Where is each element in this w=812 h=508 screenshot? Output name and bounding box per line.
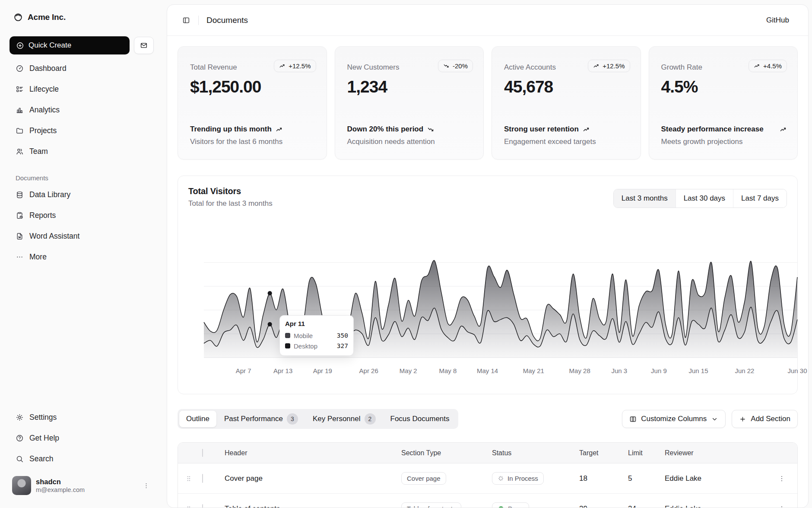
series-swatch (285, 343, 290, 348)
stat-cards: Total Revenue+12.5%$1,250.00Trending up … (178, 46, 798, 160)
dashboard-icon (16, 64, 24, 73)
stat-footer-title: Down 20% this period (347, 125, 473, 134)
x-axis-tick: Jun 15 (688, 367, 708, 374)
sidebar-item-dashboard[interactable]: Dashboard (10, 60, 154, 77)
dots-vertical-icon (143, 482, 150, 489)
quick-create-button[interactable]: Quick Create (10, 36, 130, 54)
dots-vertical-icon (778, 505, 786, 508)
tab-focus-documents[interactable]: Focus Documents (384, 411, 457, 427)
section-type-badge: Table of contents (401, 502, 461, 508)
drag-handle[interactable] (185, 505, 202, 508)
table-header-row: HeaderSection TypeStatusTargetLimitRevie… (178, 443, 797, 463)
sidebar-item-reports[interactable]: Reports (10, 207, 154, 224)
help-icon (16, 434, 24, 442)
customize-columns-button[interactable]: Customize Columns (622, 410, 726, 428)
github-link[interactable]: GitHub (766, 16, 789, 25)
stat-footer-desc: Acquisition needs attention (347, 137, 473, 146)
nav-footer: SettingsGet HelpSearch (10, 409, 154, 467)
x-axis-tick: May 2 (400, 367, 417, 374)
x-axis-tick: Jun 3 (611, 367, 627, 374)
logo-icon (13, 13, 23, 22)
cell-reviewer[interactable]: Eddie Lake (665, 505, 773, 508)
cell-limit[interactable]: 5 (628, 474, 665, 483)
cell-header[interactable]: Table of contents (221, 505, 401, 508)
sidebar-toggle-button[interactable] (178, 13, 194, 28)
trending-up-icon (583, 126, 590, 133)
range-option-last-30-days[interactable]: Last 30 days (676, 189, 733, 208)
topbar-divider (198, 16, 199, 25)
tooltip-date: Apr 11 (285, 320, 348, 327)
stat-footer-desc: Visitors for the last 6 months (190, 137, 316, 146)
brand[interactable]: Acme Inc. (10, 9, 154, 26)
sidebar-item-team[interactable]: Team (10, 143, 154, 160)
col-target: Target (574, 449, 628, 457)
stat-card-active-accounts: Active Accounts+12.5%45,678Strong user r… (492, 46, 641, 160)
stat-card-new-customers: New Customers-20%1,234Down 20% this peri… (335, 46, 484, 160)
x-axis-tick: Apr 7 (236, 367, 251, 374)
cell-target[interactable]: 18 (574, 474, 628, 483)
visitors-area-chart[interactable]: Apr 7Apr 13Apr 19Apr 26May 2May 8May 14M… (188, 222, 787, 379)
sidebar-item-data-library[interactable]: Data Library (10, 186, 154, 203)
row-checkbox[interactable] (202, 504, 203, 508)
quick-create-label: Quick Create (29, 41, 71, 50)
sidebar-item-projects[interactable]: Projects (10, 122, 154, 139)
database-icon (16, 191, 24, 199)
select-all-checkbox[interactable] (202, 449, 203, 457)
cell-limit[interactable]: 24 (628, 505, 665, 508)
sidebar-section-label: Documents (10, 173, 154, 182)
sidebar-item-analytics[interactable]: Analytics (10, 101, 154, 118)
user-name: shadcn (36, 477, 138, 486)
sidebar-item-search[interactable]: Search (10, 450, 154, 467)
tab-past-performance[interactable]: Past Performance3 (217, 411, 305, 427)
range-toggle-group: Last 3 monthsLast 30 daysLast 7 days (613, 189, 787, 208)
user-menu[interactable]: shadcn m@example.com (10, 473, 154, 498)
tooltip-row: Desktop327 (285, 341, 348, 351)
nav-documents: Data LibraryReportsWord AssistantMore (10, 186, 154, 265)
search-icon (16, 455, 24, 463)
col-status: Status (492, 449, 574, 457)
drag-handle[interactable] (185, 475, 202, 482)
stat-footer-desc: Engagement exceed targets (504, 137, 630, 146)
stat-value: 1,234 (347, 77, 472, 96)
col-section-type: Section Type (401, 449, 492, 457)
brand-name: Acme Inc. (28, 13, 66, 22)
topbar: Documents GitHub (167, 5, 808, 36)
row-checkbox[interactable] (202, 474, 203, 483)
grip-vertical-icon (185, 505, 193, 508)
col-reviewer: Reviewer (665, 449, 773, 457)
add-section-button[interactable]: Add Section (732, 410, 798, 428)
sidebar-item-lifecycle[interactable]: Lifecycle (10, 80, 154, 98)
tab-key-personnel[interactable]: Key Personnel2 (306, 411, 383, 427)
tab-outline[interactable]: Outline (179, 411, 216, 427)
chart-tooltip: Apr 11Mobile350Desktop327 (279, 315, 354, 356)
x-axis-tick: Jun 9 (651, 367, 667, 374)
trending-up-icon (279, 63, 285, 69)
cell-header[interactable]: Cover page (221, 474, 401, 483)
trending-up-icon (780, 126, 787, 133)
stat-footer-desc: Meets growth projections (661, 137, 787, 146)
status-badge: In Process (492, 472, 544, 485)
tooltip-row: Mobile350 (285, 330, 348, 341)
sidebar-item-more[interactable]: More (10, 248, 154, 265)
inbox-button[interactable] (134, 37, 154, 54)
sidebar-item-get-help[interactable]: Get Help (10, 429, 154, 447)
row-actions-button[interactable] (773, 475, 790, 482)
cell-reviewer[interactable]: Eddie Lake (665, 474, 773, 483)
range-option-last-7-days[interactable]: Last 7 days (733, 189, 787, 208)
row-actions-button[interactable] (773, 505, 790, 508)
trend-badge: +4.5% (749, 60, 787, 72)
cell-target[interactable]: 29 (574, 505, 628, 508)
stat-footer-title: Steady performance increase (661, 125, 787, 134)
check-circle-filled-icon (498, 505, 504, 508)
range-option-last-3-months[interactable]: Last 3 months (614, 189, 676, 208)
x-axis-tick: Jun 22 (735, 367, 754, 374)
x-axis-tick: Apr 19 (313, 367, 332, 374)
tab-list: OutlinePast Performance3Key Personnel2Fo… (178, 409, 458, 429)
sidebar-item-settings[interactable]: Settings (10, 409, 154, 426)
list-details-icon (16, 85, 24, 93)
sidebar-item-word-assistant[interactable]: Word Assistant (10, 227, 154, 245)
trend-badge: -20% (438, 60, 473, 72)
x-axis-tick: Jun 30 (787, 367, 807, 374)
x-axis-tick: May 8 (439, 367, 457, 374)
tab-count-badge: 2 (365, 413, 376, 425)
